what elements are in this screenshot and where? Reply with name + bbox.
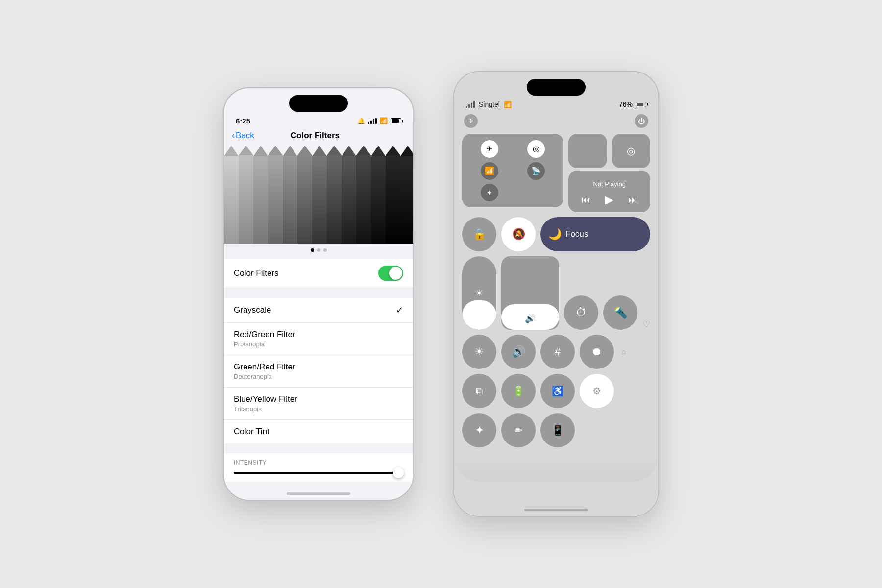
power-off-button[interactable]: ⏻ [635, 114, 648, 128]
cc-status-left: Singtel 📶 [466, 100, 512, 108]
fast-forward-button[interactable]: ⏭ [628, 195, 637, 205]
heart-icon: ♡ [642, 319, 650, 330]
svg-rect-25 [400, 156, 413, 244]
calculator-tile[interactable]: # [540, 335, 575, 369]
bluetooth-item[interactable]: ✦ [468, 184, 511, 201]
svg-rect-13 [312, 156, 327, 244]
status-icons: 🔔 📶 [357, 117, 401, 124]
svg-marker-20 [371, 146, 386, 156]
svg-marker-6 [268, 146, 283, 155]
wifi-icon-container: 📶 [481, 162, 498, 180]
volume-ctrl-tile[interactable]: 🔊 [501, 335, 536, 369]
remote-tile[interactable]: 📱 [540, 413, 575, 447]
airdrop-sq-tile[interactable]: ◎ [612, 134, 650, 168]
record-tile[interactable]: ⏺ [580, 335, 614, 369]
sun-icon: ☀ [474, 345, 484, 358]
connectivity-tile[interactable]: ✈ ◎ 📶 [462, 134, 564, 207]
rotation-lock-tile[interactable]: 🔒 [462, 217, 496, 251]
filter-item-blue-yellow[interactable]: Blue/Yellow Filter Tritanopia [224, 388, 413, 420]
accessibility-tile[interactable]: ♿ [540, 374, 575, 408]
pencil-tile[interactable]: ✏ [501, 413, 536, 447]
phone-2-screen: Singtel 📶 76% + ⏻ [454, 72, 658, 516]
filter-list: Grayscale ✓ Red/Green Filter Protanopia … [224, 298, 413, 443]
brightness-sun-tile[interactable]: ☀ [462, 335, 496, 369]
filter-name-green-red: Green/Red Filter [234, 362, 295, 372]
back-button[interactable]: ‹ Back [232, 131, 254, 141]
record-icon: ⏺ [591, 345, 602, 358]
svg-rect-11 [297, 155, 312, 244]
dot-1 [311, 248, 314, 252]
remote-icon: 📱 [552, 424, 564, 436]
screen-title: Color Filters [254, 131, 376, 141]
focus-tile[interactable]: 🌙 Focus [540, 217, 650, 251]
color-filters-screen: 6:25 🔔 📶 ‹ [224, 88, 413, 500]
wifi-item[interactable]: 📶 [468, 162, 511, 180]
filter-item-grayscale[interactable]: Grayscale ✓ [224, 298, 413, 323]
svg-marker-4 [253, 146, 268, 156]
rewind-button[interactable]: ⏮ [582, 195, 590, 205]
intensity-slider[interactable] [234, 472, 403, 474]
battery-percentage: 76% [619, 100, 633, 108]
cc-wifi-icon: 📶 [504, 101, 512, 108]
flashlight-icon: 🔦 [614, 306, 627, 319]
airplane-mode-item[interactable]: ✈ [468, 140, 511, 158]
filter-sub-red-green: Protanopia [234, 341, 295, 348]
color-filters-label: Color Filters [234, 269, 279, 278]
svg-marker-8 [283, 146, 297, 156]
empty-tile[interactable] [568, 134, 607, 168]
home-indicator [287, 492, 350, 495]
media-controls: ⏮ ▶ ⏭ [574, 194, 644, 206]
svg-rect-17 [342, 156, 356, 244]
svg-marker-16 [342, 146, 356, 156]
play-button[interactable]: ▶ [605, 194, 613, 206]
screen-mirror-tile[interactable]: ⧉ [462, 374, 496, 408]
mute-tile[interactable]: 🔕 [501, 217, 536, 251]
wifi-ctrl-icon: 📶 [485, 166, 494, 175]
airdrop-icon-container: ◎ [527, 140, 545, 158]
control-center-screen: Singtel 📶 76% + ⏻ [454, 72, 658, 516]
cc-row-3: ☀ 🔊 ⏱ 🔦 [462, 256, 650, 330]
airdrop-icon: ◎ [533, 144, 539, 153]
dynamic-island [289, 95, 348, 112]
timer-icon: ⏱ [576, 306, 587, 319]
svg-rect-9 [283, 156, 297, 244]
wifi-icon: 📶 [380, 117, 388, 124]
flashlight-tile[interactable]: 🔦 [603, 295, 637, 330]
add-control-button[interactable]: + [464, 114, 478, 128]
cellular-item[interactable]: 📡 [515, 162, 558, 180]
svg-rect-23 [386, 155, 400, 244]
timer-tile[interactable]: ⏱ [564, 295, 598, 330]
color-filters-toggle-row: Color Filters [224, 259, 413, 288]
filter-item-red-green[interactable]: Red/Green Filter Protanopia [224, 323, 413, 355]
filter-item-green-red[interactable]: Green/Red Filter Deuteranopia [224, 355, 413, 388]
airdrop-item[interactable]: ◎ [515, 140, 558, 158]
cc-signal-icon [466, 101, 475, 108]
filter-sub-green-red: Deuteranopia [234, 373, 295, 380]
calculator-icon: # [555, 345, 561, 358]
svg-marker-2 [239, 146, 253, 155]
chatgpt-tile[interactable]: ✦ [462, 413, 496, 447]
status-time: 6:25 [236, 117, 250, 125]
phone-2: Singtel 📶 76% + ⏻ [453, 71, 659, 517]
not-playing-text: Not Playing [574, 180, 644, 188]
svg-marker-24 [400, 146, 413, 156]
color-filters-toggle[interactable] [378, 266, 403, 281]
svg-marker-10 [297, 146, 312, 155]
battery-tile[interactable]: 🔋 [501, 374, 536, 408]
filter-name-grayscale: Grayscale [234, 305, 271, 315]
svg-marker-22 [386, 146, 400, 155]
filter-item-color-tint[interactable]: Color Tint [224, 420, 413, 443]
focus-label: Focus [565, 229, 588, 239]
bluetooth-icon: ✦ [487, 189, 492, 196]
media-player-tile[interactable]: Not Playing ⏮ ▶ ⏭ [568, 171, 650, 212]
volume-slider[interactable]: 🔊 [501, 256, 559, 330]
accessibility-special-tile[interactable]: ⚙ [580, 374, 614, 408]
slider-thumb[interactable] [393, 467, 404, 478]
airdrop-sq-icon: ◎ [627, 145, 635, 157]
bluetooth-icon-container: ✦ [481, 184, 498, 201]
cc-row-2: 🔒 🔕 🌙 Focus [462, 217, 650, 251]
chevron-left-icon: ‹ [232, 130, 235, 141]
brightness-slider[interactable]: ☀ [462, 256, 496, 330]
brightness-fill [462, 300, 496, 330]
pencils-image [224, 146, 413, 244]
